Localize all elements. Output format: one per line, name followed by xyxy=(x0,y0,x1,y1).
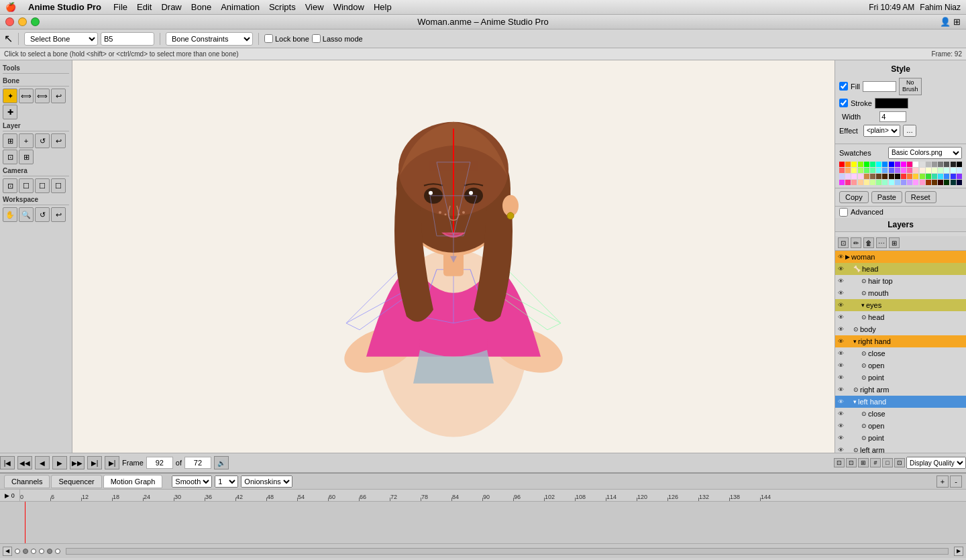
lasso-mode-checkbox[interactable] xyxy=(312,34,321,43)
menu-edit[interactable]: Edit xyxy=(137,2,152,12)
workspace-tool3[interactable]: ↺ xyxy=(35,207,50,222)
swatch-cell[interactable] xyxy=(932,162,937,167)
layer-item[interactable]: 👁⊙hair top xyxy=(835,275,966,287)
camera-tool2[interactable]: ☐ xyxy=(19,178,34,193)
swatch-cell[interactable] xyxy=(845,168,851,173)
layer-item[interactable]: 👁⊙point xyxy=(835,432,966,444)
layer-item[interactable]: 👁⊙left arm xyxy=(835,444,966,453)
swatch-cell[interactable] xyxy=(864,168,869,173)
layer-visibility-icon[interactable]: 👁 xyxy=(838,278,844,284)
layers-btn4[interactable]: ⋯ xyxy=(876,237,887,248)
swatch-cell[interactable] xyxy=(957,168,962,173)
bone-id-input[interactable] xyxy=(101,32,154,46)
layer-tool3[interactable]: ↺ xyxy=(35,133,50,148)
layer-visibility-icon[interactable]: 👁 xyxy=(838,338,844,345)
swatch-cell[interactable] xyxy=(864,180,869,185)
menu-file[interactable]: File xyxy=(113,2,127,12)
layer-item[interactable]: 👁⊙mouth xyxy=(835,287,966,299)
canvas-area[interactable] xyxy=(72,60,835,453)
swatch-cell[interactable] xyxy=(920,168,925,173)
swatch-cell[interactable] xyxy=(845,174,851,179)
dq-btn6[interactable]: ⊡ xyxy=(894,458,905,467)
bone-scale-tool[interactable]: ⟺ xyxy=(35,89,50,103)
onionskins-select[interactable]: Onionskins xyxy=(241,475,292,488)
layer-visibility-icon[interactable]: 👁 xyxy=(838,435,844,441)
close-button[interactable] xyxy=(5,17,14,26)
swatch-cell[interactable] xyxy=(839,174,845,179)
fill-color-swatch[interactable] xyxy=(863,81,896,92)
effect-select[interactable]: <plain> xyxy=(863,125,900,137)
minimize-button[interactable] xyxy=(18,17,27,26)
stroke-color-swatch[interactable] xyxy=(875,98,908,109)
menu-view[interactable]: View xyxy=(305,2,324,12)
layer-item[interactable]: 👁⊙close xyxy=(835,408,966,420)
swatch-cell[interactable] xyxy=(932,174,937,179)
swatch-cell[interactable] xyxy=(901,162,906,167)
frame-back-button[interactable]: ◀ xyxy=(35,456,50,469)
swatch-cell[interactable] xyxy=(944,168,949,173)
layer-visibility-icon[interactable]: 👁 xyxy=(838,266,844,272)
swatch-cell[interactable] xyxy=(876,162,881,167)
swatch-cell[interactable] xyxy=(951,162,956,167)
user-icon[interactable]: 👤 xyxy=(940,17,951,27)
menu-scripts[interactable]: Scripts xyxy=(269,2,296,12)
swatch-cell[interactable] xyxy=(870,174,875,179)
layer-tool2[interactable]: + xyxy=(19,133,34,148)
swatch-cell[interactable] xyxy=(845,180,851,185)
swatch-cell[interactable] xyxy=(926,174,931,179)
effect-options-button[interactable]: … xyxy=(903,125,916,137)
copy-button[interactable]: Copy xyxy=(839,191,869,203)
layer-visibility-icon[interactable]: 👁 xyxy=(838,398,844,405)
swatch-cell[interactable] xyxy=(858,174,863,179)
swatch-cell[interactable] xyxy=(901,168,906,173)
layer-item[interactable]: 👁🦴head xyxy=(835,263,966,275)
camera-tool3[interactable]: ☐ xyxy=(35,178,50,193)
expand-icon[interactable]: ⊞ xyxy=(953,17,961,27)
swatch-cell[interactable] xyxy=(882,162,888,167)
bone-add-tool[interactable]: ✚ xyxy=(3,105,17,119)
swatch-cell[interactable] xyxy=(926,180,931,185)
swatch-cell[interactable] xyxy=(920,174,925,179)
scroll-track[interactable] xyxy=(66,548,949,555)
keyframe-dot-4[interactable] xyxy=(39,549,44,554)
layer-item[interactable]: 👁⊙point xyxy=(835,372,966,384)
workspace-tool2[interactable]: 🔍 xyxy=(19,207,34,222)
layer-item[interactable]: 👁▾left hand xyxy=(835,396,966,408)
frame-input[interactable] xyxy=(146,457,173,469)
tab-motion-graph[interactable]: Motion Graph xyxy=(103,475,163,488)
swatch-cell[interactable] xyxy=(907,162,912,167)
layer-visibility-icon[interactable]: 👁 xyxy=(838,290,844,296)
swatch-cell[interactable] xyxy=(944,162,949,167)
swatch-cell[interactable] xyxy=(932,180,937,185)
dq-btn5[interactable]: □ xyxy=(882,458,893,467)
lock-bone-checkbox[interactable] xyxy=(264,34,273,43)
bone-rotate-tool[interactable]: ↩ xyxy=(51,89,66,103)
swatch-cell[interactable] xyxy=(839,180,845,185)
pointer-tool-icon[interactable]: ↖ xyxy=(4,32,13,45)
swatch-cell[interactable] xyxy=(913,168,918,173)
fill-checkbox[interactable] xyxy=(839,82,848,91)
swatch-cell[interactable] xyxy=(907,168,912,173)
swatch-cell[interactable] xyxy=(858,162,863,167)
swatch-cell[interactable] xyxy=(864,162,869,167)
layers-btn5[interactable]: ⊞ xyxy=(889,237,900,248)
swatch-cell[interactable] xyxy=(889,162,894,167)
camera-tool4[interactable]: ☐ xyxy=(51,178,66,193)
swatch-cell[interactable] xyxy=(944,174,949,179)
workspace-tool4[interactable]: ↩ xyxy=(51,207,66,222)
layer-visibility-icon[interactable]: 👁 xyxy=(838,254,844,260)
zoom-out-button[interactable]: - xyxy=(950,475,962,488)
layer-expand-icon[interactable]: ▾ xyxy=(861,302,865,309)
zoom-in-button[interactable]: + xyxy=(936,475,949,488)
layer-tool5[interactable]: ⊡ xyxy=(3,150,17,164)
swatch-cell[interactable] xyxy=(870,162,875,167)
layer-visibility-icon[interactable]: 👁 xyxy=(838,350,844,357)
swatch-cell[interactable] xyxy=(876,174,881,179)
swatch-cell[interactable] xyxy=(957,162,962,167)
swatch-cell[interactable] xyxy=(957,180,962,185)
layers-btn1[interactable]: ⊡ xyxy=(838,237,849,248)
stroke-checkbox[interactable] xyxy=(839,99,848,107)
swatch-cell[interactable] xyxy=(870,180,875,185)
no-brush-button[interactable]: NoBrush xyxy=(899,78,922,95)
swatch-cell[interactable] xyxy=(926,162,931,167)
